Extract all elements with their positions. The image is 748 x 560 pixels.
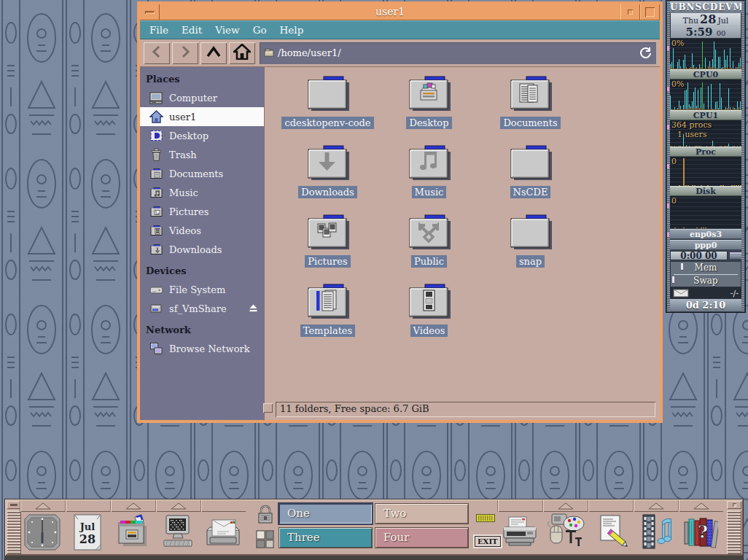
monitor-clock[interactable]: Thu28Jul 5:59 00 xyxy=(670,13,741,39)
menu-edit[interactable]: Edit xyxy=(175,21,209,39)
folder-label: snap xyxy=(516,255,545,268)
up-button[interactable] xyxy=(200,42,227,64)
network-icon xyxy=(149,342,163,355)
divider-sash[interactable] xyxy=(263,403,273,413)
sidebar-item-desktop[interactable]: Desktop xyxy=(140,126,264,145)
subpanel-strip xyxy=(497,500,723,512)
workspace-four[interactable]: Four xyxy=(375,528,468,548)
strip-cell xyxy=(588,500,633,512)
cpu1-button[interactable]: CPU1 xyxy=(670,110,741,120)
folder-nscde[interactable]: NsCDE xyxy=(480,144,581,213)
subpanel-arrow-help[interactable] xyxy=(678,500,723,512)
cpu1-load: 0% xyxy=(671,79,684,89)
maximize-icon xyxy=(645,7,655,17)
sidebar-item-label: Downloads xyxy=(169,244,222,255)
subpanel-arrow-terminal[interactable] xyxy=(155,500,200,512)
media-player-button[interactable] xyxy=(633,512,678,556)
strip-cell xyxy=(65,500,110,512)
home-button[interactable] xyxy=(229,42,255,64)
window-menu-button[interactable] xyxy=(140,4,160,20)
computer-icon xyxy=(149,91,163,104)
subpanel-arrow-clock[interactable] xyxy=(20,500,65,512)
sidebar-item-documents[interactable]: Documents xyxy=(140,164,264,183)
folder-videos[interactable]: Videos xyxy=(378,282,480,351)
subpanel-arrow-file-cabinet[interactable] xyxy=(110,500,155,512)
sidebar-item-trash[interactable]: Trash xyxy=(140,145,264,164)
sidebar-item-downloads[interactable]: Downloads xyxy=(140,240,264,259)
lock-button[interactable] xyxy=(256,505,275,528)
menu-file[interactable]: File xyxy=(143,21,175,39)
mail-panel[interactable]: -/- xyxy=(670,287,741,299)
folder-label: Templates xyxy=(300,324,356,337)
sidebar-item-label: Pictures xyxy=(169,206,209,217)
pane-divider[interactable] xyxy=(264,67,271,420)
location-bar[interactable]: /home/user1/ xyxy=(260,42,656,64)
mail-count: -/- xyxy=(731,289,739,298)
net-enp0s3-button[interactable]: enp0s3 xyxy=(670,229,741,239)
timer-button[interactable] xyxy=(730,252,741,259)
memory-panel: Mem Swap xyxy=(670,261,741,287)
style-manager-button[interactable] xyxy=(542,512,588,556)
system-monitor-panel: UBNSCDEVM Thu28Jul 5:59 00 0% CPU0 0% CP… xyxy=(666,0,746,313)
sidebar-item-videos[interactable]: Videos xyxy=(140,221,264,240)
sidebar-item-label: Music xyxy=(169,187,198,198)
reload-button[interactable] xyxy=(639,47,652,63)
monitor-hostname[interactable]: UBNSCDEVM xyxy=(670,1,741,13)
folder-music[interactable]: Music xyxy=(378,144,480,213)
help-button[interactable]: ? xyxy=(678,512,723,556)
clock-button[interactable] xyxy=(20,512,65,556)
panel-handle-grip[interactable] xyxy=(727,510,741,554)
folder-snap[interactable]: snap xyxy=(480,213,581,282)
folder-downloads[interactable]: Downloads xyxy=(277,144,378,213)
text-editor-button[interactable] xyxy=(588,512,633,556)
net-ppp0-button[interactable]: ppp0 xyxy=(670,240,741,250)
menu-view[interactable]: View xyxy=(209,21,246,39)
sidebar-item-computer[interactable]: Computer xyxy=(140,88,264,107)
calendar-button[interactable]: Jul28 xyxy=(65,512,110,556)
workspace-three[interactable]: Three xyxy=(279,528,372,548)
workspace-one[interactable]: One xyxy=(279,504,372,524)
sidebar-item-sf-vmshare[interactable]: sf_VmShare xyxy=(140,299,264,318)
panel-left-button[interactable] xyxy=(7,501,21,509)
eject-button[interactable] xyxy=(249,303,258,314)
menu-go[interactable]: Go xyxy=(246,21,273,39)
proc-button[interactable]: Proc xyxy=(670,147,741,157)
subpanel-arrow-media-player[interactable] xyxy=(633,500,678,512)
window-style-button[interactable] xyxy=(255,529,275,552)
file-cabinet-button[interactable] xyxy=(110,512,155,556)
sidebar-item-user1[interactable]: user1 xyxy=(140,107,264,126)
title-bar[interactable]: user1 xyxy=(140,4,660,20)
sidebar-item-file-system[interactable]: File System xyxy=(140,280,264,299)
maximize-button[interactable] xyxy=(640,4,660,20)
panel-tick xyxy=(667,46,669,50)
folder-public[interactable]: Public xyxy=(378,213,480,282)
sidebar-item-pictures[interactable]: Pictures xyxy=(140,202,264,221)
subpanel-arrow-style-manager[interactable] xyxy=(542,500,588,512)
home-icon xyxy=(149,110,163,123)
panel-handle-right[interactable] xyxy=(726,500,742,556)
workspace-two[interactable]: Two xyxy=(375,504,468,524)
panel-handle-grip[interactable] xyxy=(7,510,21,554)
minimize-button[interactable] xyxy=(620,4,640,20)
folder-label: Pictures xyxy=(305,255,350,268)
folder-music-icon xyxy=(149,186,163,199)
back-button[interactable] xyxy=(144,42,170,64)
sidebar-item-browse-network[interactable]: Browse Network xyxy=(140,339,264,358)
disk-button[interactable]: Disk xyxy=(670,186,741,196)
folder-cdesktopenv-code[interactable]: cdesktopenv-code xyxy=(277,74,378,144)
folder-templates[interactable]: Templates xyxy=(277,282,378,351)
mail-button[interactable] xyxy=(200,512,246,556)
panel-right-button[interactable] xyxy=(727,501,741,509)
cpu0-button[interactable]: CPU0 xyxy=(670,69,741,79)
terminal-button[interactable] xyxy=(155,512,200,556)
folder-documents[interactable]: Documents xyxy=(480,74,581,144)
menu-help[interactable]: Help xyxy=(273,21,311,39)
folder-pictures[interactable]: Pictures xyxy=(277,213,378,282)
sidebar: Places Computer user1 Desktop Trash Docu… xyxy=(140,67,264,420)
sidebar-item-music[interactable]: Music xyxy=(140,183,264,202)
forward-button[interactable] xyxy=(172,42,198,64)
workspace-switcher: OneTwoThreeFour EXIT xyxy=(246,500,497,556)
folder-desktop[interactable]: Desktop xyxy=(378,74,480,144)
printer-button[interactable] xyxy=(497,512,542,556)
folder-label: Music xyxy=(412,186,447,198)
